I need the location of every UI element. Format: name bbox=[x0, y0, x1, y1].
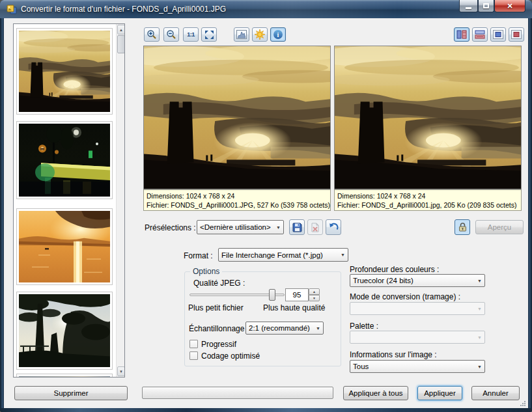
resize-grip[interactable] bbox=[520, 401, 522, 402]
cancel-button[interactable]: Annuler bbox=[471, 386, 520, 400]
scrollbar-thumb[interactable] bbox=[117, 35, 125, 53]
sampling-combo[interactable]: 2:1 (recommandé) ▼ bbox=[245, 322, 324, 335]
progress-bar bbox=[142, 387, 333, 399]
maximize-button[interactable] bbox=[478, 0, 494, 12]
preview-result-image[interactable] bbox=[334, 46, 522, 189]
one-to-one-icon: 1:1 bbox=[187, 31, 195, 38]
thumbnail-image bbox=[19, 211, 110, 282]
quality-value-field[interactable] bbox=[285, 288, 309, 301]
histogram-button[interactable] bbox=[234, 27, 249, 42]
zoom-out-icon bbox=[166, 29, 176, 40]
apply-button[interactable]: Appliquer bbox=[417, 386, 462, 400]
window-frame-right bbox=[528, 18, 532, 408]
apply-all-button[interactable]: Appliquer à tous bbox=[343, 386, 408, 400]
thumbnail-image bbox=[19, 294, 110, 367]
histogram-icon bbox=[236, 30, 247, 39]
info-icon: i bbox=[273, 30, 283, 39]
optimized-checkbox[interactable] bbox=[189, 351, 198, 360]
format-label: Format : bbox=[184, 251, 213, 260]
preview-original-image[interactable] bbox=[143, 46, 331, 189]
thumbnail-sunset-tower[interactable] bbox=[16, 28, 113, 115]
sun-icon bbox=[255, 29, 265, 40]
result-file-info: Fichier: FONDS_d_Aprilli0001.jpg, 205 Ko… bbox=[337, 200, 518, 210]
thumbnail-partial[interactable] bbox=[16, 374, 113, 378]
quality-spin-up-button[interactable]: ▲ bbox=[309, 288, 320, 295]
layout-horizontal-split-button[interactable] bbox=[472, 27, 488, 42]
dither-mode-combo[interactable]: ▼ bbox=[350, 302, 485, 315]
options-group-legend: Options bbox=[190, 267, 222, 276]
thumbnail-list: ▲ ▼ bbox=[13, 23, 125, 378]
chevron-down-icon: ▼ bbox=[475, 364, 482, 369]
higher-quality-label: Plus haute qualité bbox=[263, 303, 325, 312]
chevron-down-icon: ▼ bbox=[314, 326, 320, 331]
thumbnail-night-quay[interactable] bbox=[16, 121, 113, 199]
smaller-file-label: Plus petit fichier bbox=[188, 303, 244, 312]
color-depth-combo[interactable]: Truecolor (24 bits) ▼ bbox=[350, 274, 485, 287]
chevron-down-icon: ▼ bbox=[274, 225, 281, 230]
thumbnail-scrollbar[interactable]: ▲ ▼ bbox=[116, 24, 125, 377]
sampling-label: Échantillonnage : bbox=[189, 324, 249, 333]
progressive-label: Progressif bbox=[201, 340, 236, 349]
scroll-up-icon: ▲ bbox=[119, 28, 123, 32]
quality-spin-down-button[interactable]: ▼ bbox=[309, 295, 320, 301]
thumbnail-image bbox=[19, 124, 110, 197]
image-info-label: Informations sur l'image : bbox=[350, 350, 437, 359]
palette-combo[interactable]: ▼ bbox=[350, 331, 485, 344]
thumbnail-image bbox=[19, 376, 110, 378]
quality-slider[interactable] bbox=[189, 294, 285, 296]
color-depth-combo-value: Truecolor (24 bits) bbox=[353, 277, 413, 284]
layout-single-result-button[interactable] bbox=[509, 27, 524, 42]
layout-vertical-split-button[interactable] bbox=[454, 27, 469, 42]
thumbnail-sea-sunset[interactable] bbox=[16, 208, 113, 285]
app-icon bbox=[7, 4, 17, 14]
maximize-icon bbox=[483, 3, 489, 8]
presets-label: Présélections : bbox=[145, 223, 196, 232]
chevron-down-icon: ▼ bbox=[475, 307, 482, 311]
close-icon: ✕ bbox=[507, 2, 512, 10]
chevron-down-icon: ▼ bbox=[339, 253, 345, 257]
format-combo[interactable]: File Interchange Format (*.jpg) ▼ bbox=[218, 248, 348, 262]
save-icon bbox=[292, 223, 302, 232]
minimize-icon bbox=[466, 7, 471, 9]
scroll-down-button[interactable]: ▼ bbox=[117, 366, 125, 376]
zoom-in-button[interactable] bbox=[144, 27, 160, 42]
close-button[interactable]: ✕ bbox=[494, 0, 525, 12]
chevron-down-icon: ▼ bbox=[475, 279, 482, 283]
result-photo bbox=[335, 46, 521, 189]
jpeg-quality-label: Qualité JPEG : bbox=[193, 279, 245, 288]
image-info-button[interactable]: i bbox=[270, 27, 286, 42]
zoom-out-button[interactable] bbox=[163, 27, 179, 42]
zoom-in-icon bbox=[147, 29, 157, 40]
presets-combo-value: <Dernière utilisation> bbox=[200, 223, 271, 231]
result-dimensions: Dimensions: 1024 x 768 x 24 bbox=[337, 191, 518, 200]
horizontal-split-icon bbox=[475, 30, 485, 39]
adjust-brightness-button[interactable] bbox=[252, 27, 268, 42]
quality-slider-thumb[interactable] bbox=[269, 289, 275, 301]
delete-preset-button[interactable] bbox=[307, 219, 323, 235]
reset-preset-button[interactable] bbox=[326, 219, 341, 235]
save-preset-button[interactable] bbox=[289, 219, 305, 235]
format-combo-value: File Interchange Format (*.jpg) bbox=[221, 251, 323, 259]
titlebar[interactable]: Convertir le format d'un fichier - FONDS… bbox=[0, 0, 532, 18]
window-title: Convertir le format d'un fichier - FONDS… bbox=[21, 5, 226, 14]
original-photo bbox=[144, 46, 330, 189]
presets-combo[interactable]: <Dernière utilisation> ▼ bbox=[197, 220, 284, 234]
minimize-button[interactable] bbox=[459, 0, 478, 12]
scroll-up-button[interactable]: ▲ bbox=[117, 25, 125, 34]
chevron-down-icon: ▼ bbox=[475, 335, 482, 340]
fit-to-window-button[interactable] bbox=[201, 27, 217, 42]
result-info-bar: Dimensions: 1024 x 768 x 24 Fichier: FON… bbox=[334, 189, 522, 211]
zoom-one-to-one-button[interactable]: 1:1 bbox=[183, 27, 199, 42]
vertical-split-icon bbox=[456, 30, 467, 39]
image-info-combo[interactable]: Tous ▼ bbox=[350, 360, 485, 373]
original-info-bar: Dimensions: 1024 x 768 x 24 Fichier: FON… bbox=[143, 189, 331, 211]
lock-button[interactable] bbox=[455, 219, 470, 235]
spin-down-icon: ▼ bbox=[313, 296, 316, 300]
undo-icon bbox=[329, 223, 339, 232]
progressive-checkbox[interactable] bbox=[189, 340, 198, 348]
preview-button[interactable]: Aperçu bbox=[475, 220, 524, 234]
delete-file-button[interactable]: Supprimer bbox=[14, 386, 128, 400]
sampling-combo-value: 2:1 (recommandé) bbox=[249, 324, 310, 332]
layout-single-original-button[interactable] bbox=[490, 27, 506, 42]
thumbnail-trees-sun[interactable] bbox=[16, 292, 113, 370]
